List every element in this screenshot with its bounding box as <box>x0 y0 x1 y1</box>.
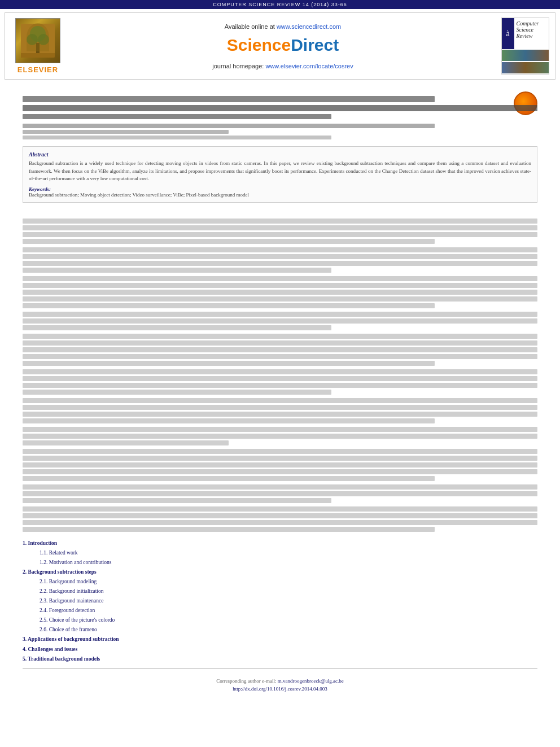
toc-item-bg-maintenance[interactable]: 2.3. Background maintenance <box>40 596 537 606</box>
footer-email-link[interactable]: m.vandroogenbroeck@ulg.ac.be <box>278 678 344 684</box>
body-line-19 <box>23 347 537 352</box>
toc-link-bg-modeling[interactable]: 2.1. Background modeling <box>40 577 537 587</box>
journal-header: ELSEVIER Available online at www.science… <box>5 12 555 80</box>
toc-num-2-1: 2.1. <box>40 579 49 584</box>
body-line-23 <box>23 376 537 381</box>
body-line-32 <box>23 440 229 445</box>
toc-num-2-3: 2.3. <box>40 598 49 604</box>
body-line-40 <box>23 498 331 503</box>
journal-homepage: journal homepage: www.elsevier.com/locat… <box>212 63 353 69</box>
toc-label-related-work: Related work <box>49 550 78 556</box>
toc-item-related-work[interactable]: 1.1. Related work <box>40 548 537 558</box>
abstract-box: Abstract Background subtraction is a wid… <box>23 146 537 203</box>
journal-url-link[interactable]: www.elsevier.com/locate/cosrev <box>265 63 353 69</box>
body-line-4 <box>23 239 435 244</box>
toc-num-2-5: 2.5. <box>40 617 49 623</box>
toc-label-applications: Applications of background subtraction <box>28 636 119 642</box>
toc-num-1: 1. <box>23 540 27 546</box>
toc-link-frame-choice[interactable]: 2.6. Choice of the frameno <box>40 625 537 635</box>
body-line-25 <box>23 390 331 395</box>
toc-label-introduction: Introduction <box>28 540 58 546</box>
sciencedirect-logo: ScienceDirect <box>227 36 339 55</box>
toc-num-2-6: 2.6. <box>40 627 49 632</box>
body-line-2 <box>23 225 537 230</box>
csr-logo-inner: à Computer Science Review <box>501 18 549 75</box>
csr-computer-label: Computer <box>517 20 546 27</box>
body-line-26 <box>23 398 537 403</box>
toc-item-color-choice[interactable]: 2.5. Choice of the picture's colordo <box>40 615 537 625</box>
toc-link-bg-maintenance[interactable]: 2.3. Background maintenance <box>40 596 537 606</box>
toc-item-introduction[interactable]: 1. Introduction <box>23 539 537 548</box>
csr-img-1 <box>502 50 549 61</box>
footer-divider <box>23 669 537 669</box>
toc-label-bg-modeling: Background modeling <box>49 579 97 584</box>
blurred-header-content <box>23 96 537 139</box>
csr-text-block: Computer Science Review <box>514 18 549 49</box>
svg-point-2 <box>27 34 38 45</box>
toc-item-bg-init[interactable]: 2.2. Background initialization <box>40 587 537 596</box>
title-line-1 <box>23 96 435 102</box>
toc-item-challenges[interactable]: 4. Challenges and issues <box>23 645 537 654</box>
body-line-16 <box>23 325 331 330</box>
title-line-2 <box>23 105 537 111</box>
body-line-29 <box>23 418 435 423</box>
csr-review-label: Review <box>517 33 546 39</box>
available-online-text: Available online at www.sciencedirect.co… <box>225 23 341 30</box>
article-title-area <box>23 96 537 139</box>
article-header: Abstract Background subtraction is a wid… <box>23 83 537 213</box>
title-lines <box>23 96 537 119</box>
journal-banner: COMPUTER SCIENCE REVIEW 14 (2014) 33-66 <box>0 0 560 9</box>
svg-point-1 <box>30 26 46 42</box>
toc-link-bg-steps[interactable]: 2. Background subtraction steps <box>23 567 537 577</box>
body-line-22 <box>23 369 537 374</box>
toc-label-bg-steps: Background subtraction steps <box>28 569 97 575</box>
toc-link-applications[interactable]: 3. Applications of background subtractio… <box>23 635 537 644</box>
body-line-30 <box>23 427 537 432</box>
author-line-2 <box>23 130 229 134</box>
body-line-31 <box>23 434 537 439</box>
toc-link-motivation[interactable]: 1.2. Motivation and contributions <box>40 558 537 567</box>
body-line-43 <box>23 520 537 525</box>
svg-rect-5 <box>21 53 55 58</box>
toc-link-color-choice[interactable]: 2.5. Choice of the picture's colordo <box>40 615 537 625</box>
body-para-4 <box>23 312 537 330</box>
toc-link-fg-detection[interactable]: 2.4. Foreground detection <box>40 606 537 615</box>
main-content: Abstract Background subtraction is a wid… <box>0 83 560 692</box>
body-line-15 <box>23 318 537 324</box>
footer-doi-link[interactable]: http://dx.doi.org/10.1016/j.cosrev.2014.… <box>233 686 327 692</box>
toc-link-traditional[interactable]: 5. Traditional background models <box>23 654 537 664</box>
toc-label-traditional: Traditional background models <box>28 656 100 662</box>
banner-text: COMPUTER SCIENCE REVIEW 14 (2014) 33-66 <box>213 2 347 7</box>
toc-item-bg-steps[interactable]: 2. Background subtraction steps <box>23 567 537 577</box>
toc-link-related-work[interactable]: 1.1. Related work <box>40 548 537 558</box>
body-intro-text <box>23 219 537 532</box>
toc-num-2-2: 2.2. <box>40 588 49 594</box>
footer-doi-line: http://dx.doi.org/10.1016/j.cosrev.2014.… <box>23 686 537 692</box>
body-line-28 <box>23 412 537 417</box>
toc-label-motivation: Motivation and contributions <box>49 560 112 565</box>
footer-email-line: Corresponding author e-mail: m.vandrooge… <box>23 678 537 684</box>
toc-link-challenges[interactable]: 4. Challenges and issues <box>23 645 537 654</box>
body-para-9 <box>23 449 537 481</box>
elsevier-logo-image <box>15 18 60 63</box>
body-line-1 <box>23 219 537 224</box>
toc-item-frame-choice[interactable]: 2.6. Choice of the frameno <box>40 625 537 635</box>
toc-item-fg-detection[interactable]: 2.4. Foreground detection <box>40 606 537 615</box>
title-line-3 <box>23 114 331 119</box>
toc-item-motivation[interactable]: 1.2. Motivation and contributions <box>40 558 537 567</box>
table-of-contents: 1. Introduction 1.1. Related work 1.2. M… <box>23 539 537 664</box>
csr-icon-block: à <box>502 18 514 49</box>
body-line-13 <box>23 303 435 308</box>
body-line-8 <box>23 268 331 273</box>
toc-link-introduction[interactable]: 1. Introduction <box>23 539 537 548</box>
csr-img-2 <box>502 62 549 73</box>
keywords-label: Keywords: <box>29 186 531 192</box>
body-line-39 <box>23 491 537 496</box>
toc-item-bg-modeling[interactable]: 2.1. Background modeling <box>40 577 537 587</box>
toc-item-traditional[interactable]: 5. Traditional background models <box>23 654 537 664</box>
toc-item-applications[interactable]: 3. Applications of background subtractio… <box>23 635 537 644</box>
toc-link-bg-init[interactable]: 2.2. Background initialization <box>40 587 537 596</box>
affil-line <box>23 136 331 139</box>
sciencedirect-url-link[interactable]: www.sciencedirect.com <box>277 23 341 30</box>
body-para-3 <box>23 276 537 308</box>
